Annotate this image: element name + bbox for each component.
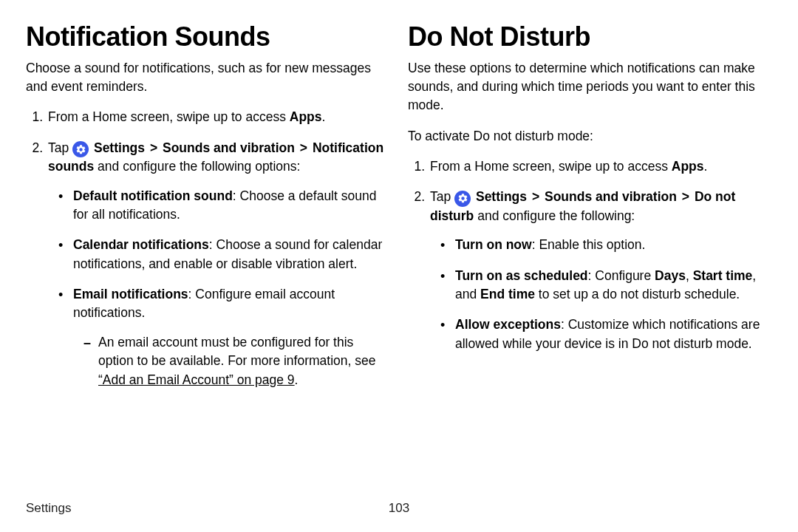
list-item: Turn on now: Enable this option.	[445, 236, 772, 254]
options-list: Turn on now: Enable this option. Turn on…	[430, 236, 772, 353]
step-text: Tap	[430, 189, 454, 204]
step-text: From a Home screen, swipe up to access	[48, 109, 290, 124]
heading-do-not-disturb: Do Not Disturb	[408, 22, 772, 52]
chevron-right-icon: >	[682, 189, 689, 204]
option-label: Default notification sound	[73, 188, 233, 203]
left-column: Notification Sounds Choose a sound for n…	[26, 22, 390, 401]
apps-label: Apps	[672, 159, 704, 174]
option-label: Turn on as scheduled	[455, 268, 588, 283]
heading-notification-sounds: Notification Sounds	[26, 22, 390, 52]
settings-label: Settings	[476, 189, 527, 204]
steps-list: From a Home screen, swipe up to access A…	[26, 108, 390, 389]
sub-text: .	[295, 372, 299, 387]
sounds-vibration-label: Sounds and vibration	[545, 189, 677, 204]
sounds-vibration-label: Sounds and vibration	[163, 140, 295, 155]
option-label: Allow exceptions	[455, 317, 561, 332]
start-time-label: Start time	[693, 268, 753, 283]
end-time-label: End time	[480, 287, 535, 301]
option-label: Turn on now	[455, 237, 532, 252]
list-item: Allow exceptions: Customize which notifi…	[445, 316, 772, 353]
list-item: An email account must be configured for …	[88, 333, 390, 389]
step-text: Tap	[48, 140, 72, 155]
step-text: .	[704, 159, 708, 174]
step-text: .	[322, 109, 326, 124]
page-footer: Settings 103	[26, 501, 772, 516]
options-list: Default notification sound: Choose a def…	[48, 187, 390, 389]
chevron-right-icon: >	[150, 140, 157, 155]
settings-label: Settings	[94, 140, 145, 155]
step-text: and configure the following:	[474, 208, 635, 223]
option-text: ,	[686, 268, 693, 283]
option-text: to set up a do not disturb schedule.	[535, 287, 740, 301]
step-2: Tap Settings > Sounds and vibration > Do…	[429, 188, 772, 353]
intro-text: Use these options to determine which not…	[408, 59, 772, 115]
steps-list: From a Home screen, swipe up to access A…	[408, 157, 772, 353]
page-content: Notification Sounds Choose a sound for n…	[26, 22, 772, 401]
chevron-right-icon: >	[532, 189, 539, 204]
step-2: Tap Settings > Sounds and vibration > No…	[47, 139, 390, 389]
cross-reference-link[interactable]: “Add an Email Account” on page 9	[98, 372, 295, 387]
page-number: 103	[389, 501, 409, 516]
days-label: Days	[655, 268, 686, 283]
step-text: and configure the following options:	[94, 159, 300, 174]
step-1: From a Home screen, swipe up to access A…	[429, 157, 772, 176]
step-text: From a Home screen, swipe up to access	[430, 159, 672, 174]
settings-icon	[454, 191, 471, 207]
sub-list: An email account must be configured for …	[73, 333, 390, 389]
apps-label: Apps	[290, 109, 322, 124]
settings-icon	[72, 141, 89, 157]
right-column: Do Not Disturb Use these options to dete…	[408, 22, 772, 401]
chevron-right-icon: >	[300, 140, 307, 155]
list-item: Calendar notifications: Choose a sound f…	[63, 236, 390, 273]
activate-text: To activate Do not disturb mode:	[408, 127, 772, 146]
step-1: From a Home screen, swipe up to access A…	[47, 108, 390, 126]
sub-text: An email account must be configured for …	[98, 335, 375, 368]
option-label: Email notifications	[73, 287, 188, 301]
list-item: Email notifications: Configure email acc…	[63, 285, 390, 389]
option-label: Calendar notifications	[73, 237, 209, 252]
intro-text: Choose a sound for notifications, such a…	[26, 59, 390, 97]
option-text: : Configure	[588, 268, 655, 283]
footer-section: Settings	[26, 501, 71, 515]
list-item: Turn on as scheduled: Configure Days, St…	[445, 267, 772, 304]
option-text: : Enable this option.	[532, 237, 646, 252]
list-item: Default notification sound: Choose a def…	[63, 187, 390, 225]
